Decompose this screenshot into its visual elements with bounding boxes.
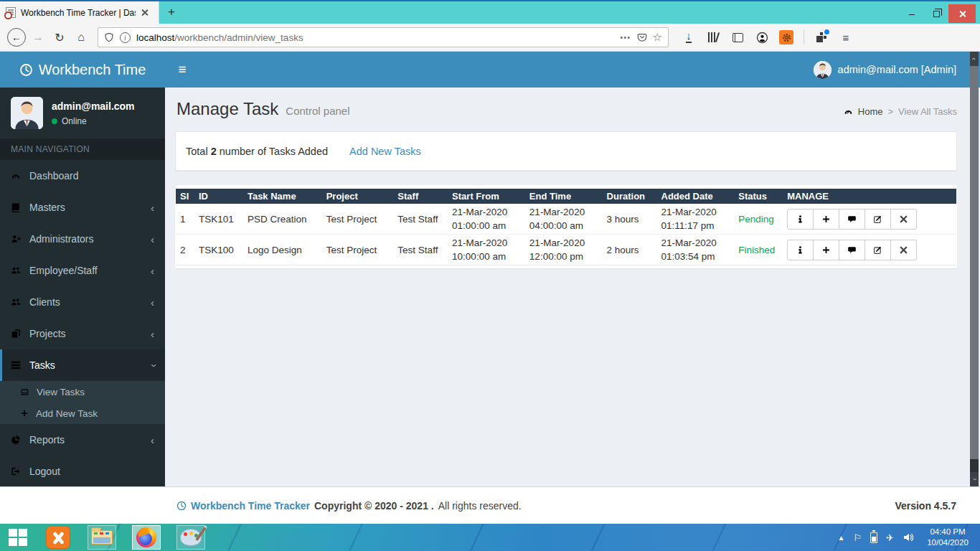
- sidebar-item-clients[interactable]: Clients ‹: [0, 286, 165, 318]
- file-explorer-button[interactable]: [88, 525, 116, 550]
- home-button[interactable]: ⌂: [70, 27, 92, 48]
- sidebar-item-label: Employee/Staff: [29, 265, 98, 276]
- library-icon: [708, 32, 718, 42]
- paint-button[interactable]: [176, 525, 205, 550]
- sidebar-item-tasks[interactable]: Tasks ‹: [0, 349, 165, 381]
- sidebar-item-logout[interactable]: Logout: [0, 456, 165, 487]
- chevron-left-icon: ‹: [151, 233, 154, 245]
- gear-icon: [779, 30, 793, 44]
- sidebar-item-employee-staff[interactable]: Employee/Staff ‹: [0, 255, 165, 286]
- time-line: 01:03:54 pm: [661, 250, 730, 263]
- sidebar-item-view-tasks[interactable]: View Tasks: [0, 381, 165, 402]
- scrollbar-thumb[interactable]: [970, 66, 979, 459]
- battery-icon[interactable]: [870, 532, 877, 543]
- sidebar-item-label: Tasks: [29, 359, 55, 371]
- pocket-icon[interactable]: [637, 32, 647, 42]
- breadcrumb-home[interactable]: Home: [858, 106, 883, 117]
- page-scrollbar[interactable]: ‹ ‹: [970, 52, 979, 486]
- back-icon: ←: [7, 28, 26, 47]
- info-button[interactable]: [787, 240, 814, 260]
- account-button[interactable]: [752, 27, 772, 47]
- col-id: ID: [194, 189, 243, 204]
- url-bar[interactable]: i localhost/workbench/admin/view_tasks •…: [98, 27, 669, 47]
- library-button[interactable]: [703, 27, 723, 47]
- add-button[interactable]: [813, 209, 839, 230]
- sidebar-item-masters[interactable]: Masters ‹: [0, 192, 165, 223]
- comment-button[interactable]: [839, 240, 865, 260]
- action-center-icon[interactable]: ⚐: [853, 532, 862, 543]
- delete-button[interactable]: [890, 209, 917, 230]
- tracking-shield-icon[interactable]: [104, 32, 114, 42]
- browser-tab[interactable]: Workbench Time Tracker | Dash: [0, 1, 159, 24]
- chevron-left-icon: ‹: [151, 434, 154, 446]
- scroll-down-icon[interactable]: ‹: [970, 472, 979, 486]
- window-close-button[interactable]: [948, 4, 976, 23]
- cell-task-name: PSD Creation: [243, 204, 322, 235]
- sidebar-item-label: Clients: [29, 296, 60, 308]
- hidden-icons-button[interactable]: ▲: [838, 534, 845, 542]
- sidebar-toggle-button[interactable]: ≡: [165, 52, 199, 88]
- page-actions-icon[interactable]: •••: [621, 34, 631, 42]
- xampp-extension-button[interactable]: [776, 27, 796, 47]
- browser-toolbar: ← → ↻ ⌂ i localhost/workbench/admin/view…: [0, 24, 980, 52]
- sidebar-item-projects[interactable]: Projects ‹: [0, 318, 165, 349]
- extensions-button[interactable]: [811, 27, 831, 47]
- start-button[interactable]: [9, 528, 29, 547]
- restore-icon: [933, 11, 940, 17]
- sidebar-nav-header: MAIN NAVIGATION: [0, 138, 165, 160]
- sidebar-item-label: Logout: [29, 466, 60, 477]
- sidebars-button[interactable]: [727, 27, 748, 47]
- chevron-left-icon: ‹: [151, 202, 154, 214]
- cell-duration: 3 hours: [603, 204, 657, 235]
- col-si: SI: [176, 189, 194, 204]
- sidebar-item-administrators[interactable]: Administrators ‹: [0, 223, 165, 255]
- reload-button[interactable]: ↻: [49, 27, 70, 48]
- footer-brand-link[interactable]: Workbench Time Tracker: [176, 500, 310, 512]
- cell-si: 2: [176, 235, 194, 265]
- new-tab-button[interactable]: +: [159, 3, 184, 24]
- download-icon: ↓: [686, 32, 692, 43]
- cell-project: Test Project: [322, 204, 394, 235]
- bookmark-star-icon[interactable]: ☆: [653, 31, 662, 44]
- taskbar-clock[interactable]: 04:40 PM 10/04/2020: [923, 527, 973, 548]
- sidebar-item-label: View Tasks: [37, 387, 85, 397]
- cell-added-date: 21-Mar-202001:11:17 pm: [657, 204, 735, 235]
- window-restore-button[interactable]: [924, 4, 948, 23]
- browser-titlebar: Workbench Time Tracker | Dash + –: [0, 0, 980, 24]
- menu-button[interactable]: ≡: [836, 27, 856, 47]
- back-button[interactable]: ←: [6, 27, 27, 48]
- add-new-tasks-link[interactable]: Add New Tasks: [349, 146, 421, 157]
- breadcrumb-separator: >: [888, 106, 894, 117]
- summary-suffix: number of Tasks Added: [220, 146, 328, 157]
- sidebar-item-label: Projects: [29, 328, 66, 339]
- col-status: Status: [734, 189, 783, 204]
- firefox-button[interactable]: [132, 525, 161, 550]
- downloads-button[interactable]: ↓: [679, 27, 699, 47]
- airplane-mode-icon[interactable]: ✈: [886, 532, 894, 543]
- date-line: 21-Mar-2020: [661, 205, 730, 219]
- edit-button[interactable]: [864, 209, 891, 230]
- scroll-up-icon[interactable]: ‹: [970, 52, 979, 66]
- add-button[interactable]: [813, 240, 839, 260]
- sidebar-item-reports[interactable]: Reports ‹: [0, 424, 165, 456]
- site-info-icon[interactable]: i: [120, 32, 131, 43]
- xampp-icon[interactable]: [46, 526, 70, 549]
- tab-close-icon[interactable]: [141, 9, 149, 17]
- navbar-user-menu[interactable]: admin@mail.com [Admin]: [814, 52, 956, 88]
- comment-button[interactable]: [839, 209, 865, 230]
- cell-si: 1: [176, 204, 194, 235]
- delete-button[interactable]: [890, 240, 917, 260]
- tasks-submenu: View Tasks Add New Task: [0, 381, 165, 424]
- cell-end-time: 21-Mar-202012:00:00 pm: [525, 235, 603, 265]
- info-button[interactable]: [787, 209, 814, 230]
- edit-button[interactable]: [864, 240, 891, 260]
- col-project: Project: [322, 189, 394, 204]
- volume-icon[interactable]: [903, 532, 914, 543]
- app-brand[interactable]: Workbench Time: [0, 52, 165, 88]
- forward-button[interactable]: →: [27, 27, 49, 48]
- sidebar-item-dashboard[interactable]: Dashboard: [0, 160, 165, 192]
- window-minimize-button[interactable]: –: [900, 4, 924, 23]
- site-favicon-icon: [6, 7, 16, 18]
- url-text[interactable]: localhost/workbench/admin/view_tasks: [136, 32, 615, 43]
- sidebar-item-add-new-task[interactable]: Add New Task: [0, 402, 165, 424]
